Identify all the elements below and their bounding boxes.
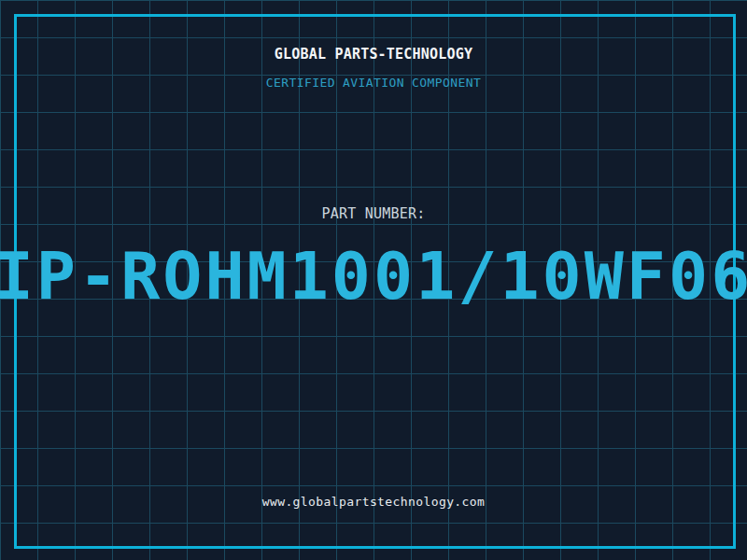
part-number-label: PART NUMBER: bbox=[0, 205, 747, 222]
blueprint-part-card: { "header": { "title": "GLOBAL PARTS-TEC… bbox=[0, 0, 747, 560]
website-url: www.globalpartstechnology.com bbox=[0, 495, 747, 509]
company-title: GLOBAL PARTS-TECHNOLOGY bbox=[0, 46, 747, 63]
certification-subtitle: CERTIFIED AVIATION COMPONENT bbox=[0, 76, 747, 90]
part-number-value: IP-ROHM1001/10WF06 bbox=[0, 244, 747, 309]
